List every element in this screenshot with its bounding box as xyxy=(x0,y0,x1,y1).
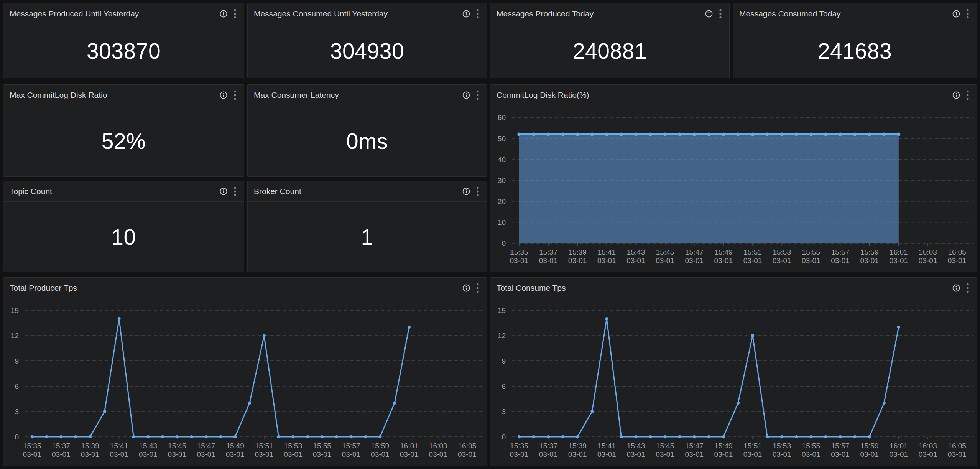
svg-text:15:43: 15:43 xyxy=(139,442,157,450)
svg-text:0: 0 xyxy=(502,239,506,247)
panel-header: Messages Consumed Today xyxy=(733,3,977,24)
svg-text:15:35: 15:35 xyxy=(510,442,528,450)
svg-text:15:37: 15:37 xyxy=(52,442,71,450)
panel-header: Messages Produced Until Yesterday xyxy=(3,3,244,24)
svg-text:03-01: 03-01 xyxy=(802,450,821,458)
info-icon[interactable] xyxy=(952,284,960,292)
panel-header: Topic Count xyxy=(3,181,244,202)
svg-text:03-01: 03-01 xyxy=(23,450,41,458)
svg-text:16:01: 16:01 xyxy=(890,248,908,256)
panel-menu-icon[interactable] xyxy=(967,90,969,100)
svg-text:03-01: 03-01 xyxy=(948,450,967,458)
svg-text:16:01: 16:01 xyxy=(400,442,418,450)
svg-text:03-01: 03-01 xyxy=(429,450,447,458)
svg-text:30: 30 xyxy=(498,176,506,184)
info-icon[interactable] xyxy=(462,10,470,18)
svg-text:03-01: 03-01 xyxy=(714,257,733,265)
panel-menu-icon[interactable] xyxy=(719,9,722,19)
svg-text:15:35: 15:35 xyxy=(510,248,528,256)
info-icon[interactable] xyxy=(462,284,470,292)
svg-text:16:03: 16:03 xyxy=(919,248,937,256)
info-icon[interactable] xyxy=(705,10,713,18)
svg-text:15:55: 15:55 xyxy=(802,248,821,256)
svg-text:03-01: 03-01 xyxy=(539,257,558,265)
panel-menu-icon[interactable] xyxy=(477,283,479,293)
info-icon[interactable] xyxy=(219,91,228,99)
panel-header: Total Producer Tps xyxy=(3,278,487,298)
svg-text:03-01: 03-01 xyxy=(400,450,419,458)
svg-text:20: 20 xyxy=(498,197,506,206)
panel-topic-count: Topic Count 10 xyxy=(3,181,244,272)
svg-text:40: 40 xyxy=(498,156,506,164)
svg-text:03-01: 03-01 xyxy=(919,257,937,265)
svg-text:03-01: 03-01 xyxy=(568,257,587,265)
info-icon[interactable] xyxy=(952,10,960,18)
svg-text:15:37: 15:37 xyxy=(539,442,557,450)
svg-text:03-01: 03-01 xyxy=(371,450,390,458)
info-icon[interactable] xyxy=(219,10,228,18)
stat-value: 304930 xyxy=(330,38,404,64)
svg-text:03-01: 03-01 xyxy=(656,257,674,265)
info-icon[interactable] xyxy=(462,187,470,196)
svg-text:03-01: 03-01 xyxy=(510,257,529,265)
svg-text:03-01: 03-01 xyxy=(773,257,791,265)
panel-messages-produced-until-yesterday: Messages Produced Until Yesterday 303870 xyxy=(3,3,244,78)
svg-text:15:37: 15:37 xyxy=(539,248,557,256)
svg-text:15:41: 15:41 xyxy=(598,248,616,256)
svg-text:16:05: 16:05 xyxy=(948,248,966,256)
panel-messages-produced-today: Messages Produced Today 240881 xyxy=(490,3,730,78)
panel-menu-icon[interactable] xyxy=(967,283,969,293)
panel-messages-consumed-today: Messages Consumed Today 241683 xyxy=(733,3,977,78)
svg-text:9: 9 xyxy=(502,357,506,365)
svg-text:15:45: 15:45 xyxy=(656,442,674,450)
svg-text:9: 9 xyxy=(15,357,19,365)
panel-total-producer-tps: Total Producer Tps 0369121515:3503-0115:… xyxy=(3,277,487,466)
panel-messages-consumed-until-yesterday: Messages Consumed Until Yesterday 304930 xyxy=(247,3,487,78)
stat-value: 10 xyxy=(111,224,136,250)
info-icon[interactable] xyxy=(952,91,960,99)
svg-text:03-01: 03-01 xyxy=(52,450,71,458)
panel-menu-icon[interactable] xyxy=(234,186,236,196)
svg-text:03-01: 03-01 xyxy=(597,257,616,265)
svg-text:03-01: 03-01 xyxy=(685,450,704,458)
stat-value: 1 xyxy=(361,224,373,250)
panel-menu-icon[interactable] xyxy=(967,9,969,19)
svg-text:03-01: 03-01 xyxy=(226,450,245,458)
info-icon[interactable] xyxy=(462,91,470,99)
svg-text:03-01: 03-01 xyxy=(743,257,762,265)
svg-text:15:55: 15:55 xyxy=(802,442,821,450)
panel-menu-icon[interactable] xyxy=(234,90,236,100)
svg-text:3: 3 xyxy=(15,408,19,416)
panel-menu-icon[interactable] xyxy=(477,186,479,196)
panel-header: Messages Consumed Until Yesterday xyxy=(248,3,487,24)
svg-text:03-01: 03-01 xyxy=(890,257,908,265)
panel-menu-icon[interactable] xyxy=(477,90,479,100)
svg-text:15:43: 15:43 xyxy=(627,248,645,256)
panel-menu-icon[interactable] xyxy=(477,9,479,19)
svg-text:15:45: 15:45 xyxy=(656,248,674,256)
svg-text:12: 12 xyxy=(498,332,506,340)
svg-text:03-01: 03-01 xyxy=(342,450,360,458)
total-consume-tps-chart: 0369121515:3503-0115:3703-0115:3903-0115… xyxy=(490,298,977,466)
panel-menu-icon[interactable] xyxy=(234,9,236,19)
svg-text:15:41: 15:41 xyxy=(598,442,616,450)
svg-text:03-01: 03-01 xyxy=(685,257,704,265)
panel-header: Messages Produced Today xyxy=(490,3,729,24)
panel-title: Messages Consumed Until Yesterday xyxy=(254,9,462,18)
svg-text:03-01: 03-01 xyxy=(597,450,616,458)
panel-header: Broker Count xyxy=(248,181,487,202)
svg-text:03-01: 03-01 xyxy=(656,450,674,458)
info-icon[interactable] xyxy=(219,187,228,196)
svg-text:16:05: 16:05 xyxy=(458,442,477,450)
svg-text:15:47: 15:47 xyxy=(197,442,215,450)
panel-header: Total Consume Tps xyxy=(490,278,977,298)
svg-text:0: 0 xyxy=(15,433,19,441)
panel-title: Messages Produced Until Yesterday xyxy=(10,9,219,18)
svg-text:15:53: 15:53 xyxy=(773,248,791,256)
svg-text:03-01: 03-01 xyxy=(313,450,332,458)
svg-text:03-01: 03-01 xyxy=(458,450,477,458)
panel-max-consumer-latency: Max Consumer Latency 0ms xyxy=(247,84,487,177)
svg-text:15:49: 15:49 xyxy=(714,442,733,450)
stat-value: 241683 xyxy=(818,38,892,64)
svg-text:15:57: 15:57 xyxy=(831,442,850,450)
